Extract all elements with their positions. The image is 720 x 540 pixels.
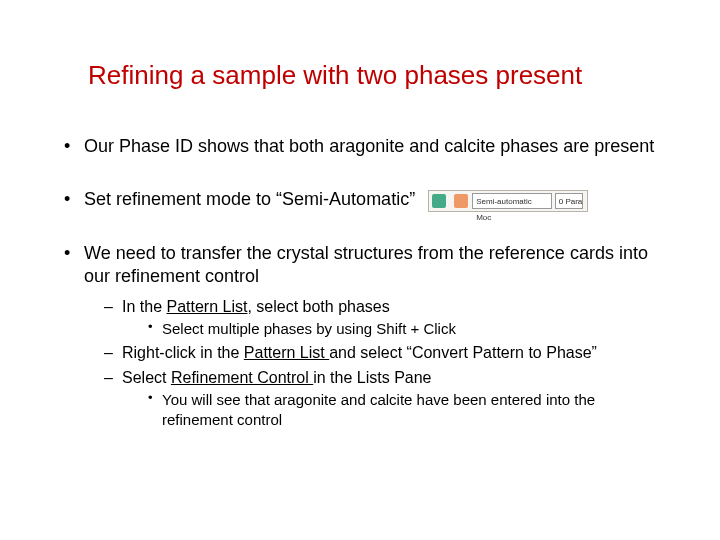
text: in the Lists Pane [313,369,431,386]
text: Select [122,369,171,386]
toolbar-screenshot: Semi-automatic Moc 0 Paramet [428,190,588,212]
pattern-list-ref: Pattern List [166,298,247,315]
mode-dropdown: Semi-automatic Moc [472,193,552,209]
sub-shift-click: Select multiple phases by using Shift + … [148,319,660,339]
sub-sub-list: You will see that aragonite and calcite … [148,390,660,429]
slide: Refining a sample with two phases presen… [0,0,720,540]
sub-sub-list: Select multiple phases by using Shift + … [148,319,660,339]
text: and select “Convert Pattern to Phase” [329,344,597,361]
text: , select both phases [247,298,389,315]
sub-list: In the Pattern List, select both phases … [104,297,660,430]
toolbar-icon [454,194,468,208]
refinement-control-ref: Refinement Control [171,369,313,386]
text: You will see that aragonite and calcite … [162,391,595,428]
bullet-refinement-mode: Set refinement mode to “Semi-Automatic” … [60,188,660,211]
pattern-list-ref: Pattern List [244,344,329,361]
bullet-text: Our Phase ID shows that both aragonite a… [84,136,654,156]
bullet-transfer-structures: We need to transfer the crystal structur… [60,242,660,430]
bullet-text: Set refinement mode to “Semi-Automatic” [84,189,415,209]
sub-right-click: Right-click in the Pattern List and sele… [104,343,660,364]
toolbar-icon [432,194,446,208]
bullet-list: Our Phase ID shows that both aragonite a… [60,135,660,429]
sub-entered-phases: You will see that aragonite and calcite … [148,390,660,429]
text: Right-click in the [122,344,244,361]
text: Select multiple phases by using Shift + … [162,320,456,337]
bullet-text: We need to transfer the crystal structur… [84,243,648,286]
bullet-phase-id: Our Phase ID shows that both aragonite a… [60,135,660,158]
sub-refinement-control: Select Refinement Control in the Lists P… [104,368,660,430]
text: In the [122,298,166,315]
slide-title: Refining a sample with two phases presen… [88,60,660,91]
sub-select-both: In the Pattern List, select both phases … [104,297,660,339]
param-dropdown: 0 Paramet [555,193,583,209]
